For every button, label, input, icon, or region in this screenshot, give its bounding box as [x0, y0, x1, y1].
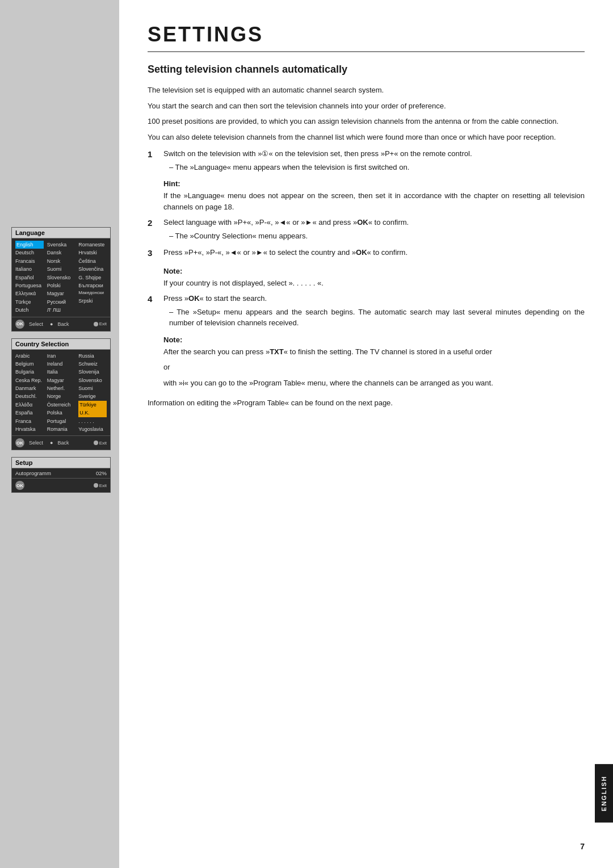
setup-autoprogramm-label: Autoprogramm [15, 470, 51, 476]
language-item-svenska[interactable]: Svenska [47, 241, 75, 249]
country-dots[interactable]: . . . . . . [78, 417, 107, 425]
country-ellada[interactable]: Ελλάδα [15, 401, 44, 409]
country-hrvatska[interactable]: Hrvatska [15, 425, 44, 433]
language-item-srpski[interactable]: Srpski [78, 297, 107, 305]
language-item-polski[interactable]: Polski [47, 282, 75, 290]
setup-row: Autoprogramm 02% [12, 468, 110, 478]
country-franca[interactable]: Franca [15, 417, 44, 425]
note-block-1: Note: If your country is not displayed, … [148, 267, 585, 289]
country-arabic[interactable]: Arabic [15, 352, 44, 360]
country-col2: Iran Ireland Italia Magyar Netherl. Norg… [47, 352, 75, 434]
country-polska[interactable]: Polska [47, 409, 75, 417]
country-sverige[interactable]: Sverige [78, 392, 107, 400]
language-item-slovensko[interactable]: Slovensko [47, 274, 75, 282]
language-back-label: Back [57, 321, 69, 327]
language-item-dutch[interactable]: Dutch [15, 306, 44, 314]
language-col2: Svenska Dansk Norsk Suomi Slovensko Pols… [47, 241, 75, 315]
setup-exit[interactable]: Exit [94, 483, 107, 488]
step-4-sub: – The »Setup« menu appears and the searc… [163, 307, 585, 329]
language-item-deutsch[interactable]: Deutsch [15, 249, 44, 257]
language-item-bulgarian[interactable]: Български [78, 282, 107, 290]
country-norge[interactable]: Norge [47, 392, 75, 400]
language-item-turkce[interactable]: Türkçe [15, 298, 44, 306]
country-uk-selected[interactable]: U.K. [78, 409, 107, 417]
country-netherl[interactable]: Netherl. [47, 384, 75, 392]
language-item-cestina[interactable]: Čeština [78, 257, 107, 265]
language-menu-footer: OK Select ● Back Exit [12, 317, 110, 331]
country-espana[interactable]: España [15, 409, 44, 417]
language-item-romaneste[interactable]: Romaneste [78, 241, 107, 249]
language-item-suomi[interactable]: Suomi [47, 265, 75, 273]
menu-panels: Language English Deutsch Francais Italia… [11, 227, 111, 500]
note-or: or [163, 362, 585, 373]
setup-ok-icon[interactable]: OK [15, 481, 24, 490]
country-danmark[interactable]: Danmark [15, 384, 44, 392]
country-romania[interactable]: Romania [47, 425, 75, 433]
note-text-2b: with »i« you can go to the »Program Tabl… [163, 378, 585, 389]
country-iran[interactable]: Iran [47, 352, 75, 360]
page-number: 7 [580, 842, 585, 851]
language-item-russian[interactable]: Русский [47, 298, 75, 306]
back-dot: ● [50, 321, 53, 327]
hint-text: If the »Language« menu does not appear o… [163, 190, 585, 212]
step-3-number: 3 [148, 247, 163, 260]
country-slovenija[interactable]: Slovenija [78, 368, 107, 376]
country-russia[interactable]: Russia [78, 352, 107, 360]
country-ok-icon[interactable]: OK [15, 438, 24, 447]
setup-autoprogramm-value: 02% [96, 470, 107, 476]
language-item-portuguesa[interactable]: Portuguesa [15, 282, 44, 290]
country-slovensko[interactable]: Slovensko [78, 376, 107, 384]
country-magyar[interactable]: Magyar [47, 376, 75, 384]
step-3-content: Press »P+«, »P-«, »◄« or »►« to select t… [163, 247, 585, 260]
country-deutschl[interactable]: Deutschl. [15, 392, 44, 400]
country-ireland[interactable]: Ireland [47, 360, 75, 368]
language-menu-body: English Deutsch Francais Italiano Españo… [12, 238, 110, 317]
country-bulgaria[interactable]: Bulgaria [15, 368, 44, 376]
country-exit[interactable]: Exit [94, 441, 107, 446]
page-title: SETTINGS [148, 23, 585, 52]
language-item-francais[interactable]: Francais [15, 257, 44, 265]
intro-para-1: The television set is equipped with an a… [148, 85, 585, 96]
country-ceska[interactable]: Ceska Rep. [15, 376, 44, 384]
country-turkiye-selected[interactable]: Türkiye [78, 401, 107, 409]
language-item-slovencina[interactable]: Slovenčina [78, 265, 107, 273]
language-exit[interactable]: Exit [94, 321, 107, 326]
language-item-greek[interactable]: Ελληνικά [15, 290, 44, 297]
section-heading: Setting television channels automaticall… [148, 64, 585, 76]
country-osterreich[interactable]: Österreich [47, 401, 75, 409]
country-menu-footer: OK Select ● Back Exit [12, 435, 110, 450]
language-item-english[interactable]: English [15, 241, 44, 249]
intro-para-4: You can also delete television channels … [148, 132, 585, 143]
hint-label: Hint: [163, 179, 585, 188]
country-yugoslavia[interactable]: Yugoslavia [78, 425, 107, 433]
language-menu-title: Language [12, 228, 110, 238]
step-1: 1 Switch on the television with »①« on t… [148, 148, 585, 173]
country-suomi[interactable]: Suomi [78, 384, 107, 392]
language-item-cyrillic[interactable]: Л' ЛШ [47, 306, 75, 314]
intro-para-3: 100 preset positions are provided, to wh… [148, 116, 585, 127]
language-item-magyar[interactable]: Magyar [47, 290, 75, 297]
language-exit-label: Exit [99, 321, 107, 326]
country-menu-title: Country Selection [12, 339, 110, 350]
language-item-hrvatski[interactable]: Hrvatski [78, 249, 107, 257]
country-col1: Arabic Belgium Bulgaria Ceska Rep. Danma… [15, 352, 44, 434]
country-italia[interactable]: Italia [47, 368, 75, 376]
language-item-espanol[interactable]: Español [15, 274, 44, 282]
country-select-label: Select [29, 440, 43, 446]
country-belgium[interactable]: Belgium [15, 360, 44, 368]
country-back-label: Back [57, 440, 69, 446]
language-item-italiano[interactable]: Italiano [15, 265, 44, 273]
country-portugal[interactable]: Portugal [47, 417, 75, 425]
language-item-dansk[interactable]: Dansk [47, 249, 75, 257]
note-text-1: If your country is not displayed, select… [163, 278, 585, 289]
country-menu-body: Arabic Belgium Bulgaria Ceska Rep. Danma… [12, 350, 110, 436]
language-item-macedonian[interactable]: Македонски [78, 290, 107, 297]
ok-icon[interactable]: OK [15, 320, 24, 329]
language-col1: English Deutsch Francais Italiano Españo… [15, 241, 44, 315]
step-2-number: 2 [148, 217, 163, 241]
intro-para-2: You start the search and can then sort t… [148, 100, 585, 112]
country-schweiz[interactable]: Schweiz [78, 360, 107, 368]
language-item-norsk[interactable]: Norsk [47, 257, 75, 265]
language-select-label: Select [29, 321, 43, 327]
language-item-gshqipe[interactable]: G. Shqipe [78, 274, 107, 282]
